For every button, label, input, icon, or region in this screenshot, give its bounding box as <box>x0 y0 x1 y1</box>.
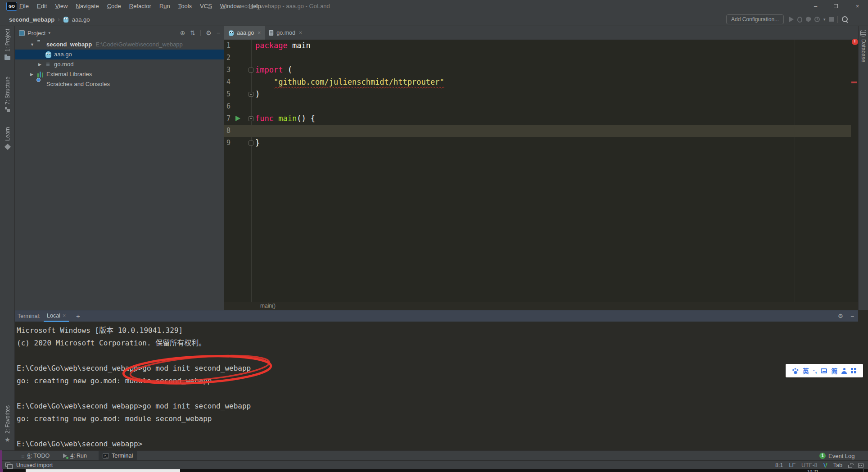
maximize-button[interactable] <box>826 0 846 13</box>
menu-edit[interactable]: Edit <box>33 0 51 13</box>
tool-window-tab-4--run[interactable]: 4: Run <box>61 451 89 461</box>
v-icon[interactable]: V <box>823 462 827 469</box>
project-panel: Project ▾ ⊕ ⇅ ⚙ − ▼second_webappE:\Code\… <box>15 26 224 310</box>
tree-expand-icon[interactable]: ▶ <box>38 59 41 69</box>
profiler-dropdown-icon[interactable]: ▾ <box>823 17 826 22</box>
encoding[interactable]: UTF-8 <box>801 462 817 468</box>
coverage-icon[interactable] <box>806 17 811 22</box>
baidu-paw-icon[interactable] <box>792 368 799 374</box>
debug-icon[interactable] <box>797 17 802 23</box>
minimize-button[interactable]: – <box>805 0 826 13</box>
event-log-button[interactable]: 1 Event Log <box>819 451 855 461</box>
editor-breadcrumb-main[interactable]: main() <box>260 302 276 310</box>
menu-tools[interactable]: Tools <box>174 0 196 13</box>
event-log-badge: 1 <box>819 453 826 459</box>
breadcrumb-project[interactable]: second_webapp <box>9 16 54 23</box>
editor-tab-aaa-go[interactable]: aaa.go× <box>224 26 265 40</box>
menu-refactor[interactable]: Refactor <box>125 0 155 13</box>
go-icon <box>229 30 234 36</box>
hide-panel-icon[interactable]: − <box>217 29 220 36</box>
menu-navigate[interactable]: Navigate <box>72 0 103 13</box>
taskbar-window-preview <box>26 469 180 472</box>
menu-vcs[interactable]: VCS <box>196 0 216 13</box>
code-line-8[interactable]: 8 <box>224 125 851 137</box>
tree-row-scratches-and-consoles[interactable]: Scratches and Consoles <box>15 79 224 89</box>
search-icon[interactable] <box>841 16 849 23</box>
tree-row-go.mod[interactable]: ▶go.mod <box>15 59 224 69</box>
terminal-panel[interactable]: Terminal: Local× + ⚙ − Microsoft Windows… <box>15 310 868 450</box>
tool-window-switcher-icon[interactable] <box>5 463 10 467</box>
panel-settings-icon[interactable]: ⚙ <box>206 29 212 36</box>
line-separator[interactable]: LF <box>789 462 796 468</box>
ime-punctuation-toggle[interactable]: ·, <box>813 367 817 374</box>
profiler-icon[interactable] <box>814 17 820 22</box>
editor-area[interactable]: aaa.go×go.mod× 1package main23import (4 … <box>224 26 858 310</box>
code-line-3[interactable]: 3import ( <box>224 64 851 76</box>
tool-tab-favorites[interactable]: 2: Favorites★ <box>0 405 15 443</box>
terminal-output[interactable]: Microsoft Windows [版本 10.0.19041.329](c)… <box>17 324 863 450</box>
tree-row-aaa.go[interactable]: aaa.go <box>15 50 224 59</box>
tree-expand-icon[interactable]: ▼ <box>30 40 34 50</box>
project-view-dropdown-icon[interactable]: ▾ <box>48 31 50 35</box>
fold-marker-icon[interactable] <box>249 92 253 97</box>
ime-language-toggle[interactable]: 英 <box>803 366 809 375</box>
code-line-2[interactable]: 2 <box>224 52 851 64</box>
fold-marker-icon[interactable] <box>249 116 253 121</box>
header-divider <box>200 30 201 36</box>
soft-keyboard-icon[interactable] <box>821 368 827 373</box>
unlock-icon[interactable] <box>848 465 852 468</box>
project-panel-title[interactable]: Project <box>27 30 45 36</box>
code-line-7[interactable]: 7func main() { <box>224 113 851 125</box>
ime-account-icon[interactable] <box>841 368 847 374</box>
error-stripe-mark[interactable] <box>851 82 857 83</box>
maximize-icon <box>834 4 838 8</box>
code-line-4[interactable]: 4 "github.com/julienschmidt/httprouter" <box>224 76 851 88</box>
tool-tab----project[interactable]: 1: Project <box>0 29 15 60</box>
menu-code[interactable]: Code <box>103 0 125 13</box>
tool-tab----structure[interactable]: 7: Structure <box>0 77 15 112</box>
tree-row-external-libraries[interactable]: ▶External Libraries <box>15 69 224 79</box>
learn-icon <box>4 144 10 150</box>
tool-window-tab-terminal[interactable]: >_Terminal <box>99 451 137 461</box>
locate-file-icon[interactable]: ⊕ <box>180 29 185 36</box>
menu-file[interactable]: File <box>15 0 33 13</box>
terminal-settings-icon[interactable]: ⚙ <box>838 310 843 322</box>
breadcrumb-file[interactable]: aaa.go <box>72 16 90 23</box>
close-button[interactable]: × <box>847 0 868 13</box>
tree-expand-icon[interactable]: ▶ <box>30 69 33 79</box>
indent-style[interactable]: Tab <box>833 462 842 468</box>
fold-marker-icon[interactable] <box>249 68 253 73</box>
close-tab-icon[interactable]: × <box>299 30 302 36</box>
right-tool-strip: Database <box>858 26 868 310</box>
menu-view[interactable]: View <box>51 0 72 13</box>
fold-marker-icon[interactable] <box>249 141 253 145</box>
caret-position[interactable]: 8:1 <box>775 462 783 468</box>
menu-run[interactable]: Run <box>155 0 174 13</box>
code-line-5[interactable]: 5) <box>224 88 851 100</box>
ime-menu-icon[interactable] <box>851 368 856 373</box>
status-message[interactable]: Unused import <box>16 461 53 470</box>
navigation-bar: second_webapp › aaa.go Add Configuration… <box>0 13 868 26</box>
line-number: 9 <box>226 137 231 149</box>
editor-tab-go-mod[interactable]: go.mod× <box>265 26 306 40</box>
stop-icon[interactable] <box>829 17 834 22</box>
code-line-6[interactable]: 6 <box>224 100 851 113</box>
hide-terminal-icon[interactable]: − <box>850 310 854 322</box>
tool-tab-database[interactable]: Database <box>860 39 867 62</box>
ime-charset-toggle[interactable]: 简 <box>831 366 837 375</box>
run-main-gutter-icon[interactable] <box>235 116 240 121</box>
add-configuration-button[interactable]: Add Configuration... <box>726 14 784 24</box>
code-editor[interactable]: 1package main23import (4 "github.com/jul… <box>224 40 851 149</box>
close-tab-icon[interactable]: × <box>258 30 261 36</box>
close-terminal-tab-icon[interactable]: × <box>63 313 66 319</box>
tree-row-second-webapp[interactable]: ▼second_webappE:\Code\Go\web\second_weba… <box>15 40 224 50</box>
tool-tab-learn[interactable]: Learn <box>0 127 15 149</box>
code-line-1[interactable]: 1package main <box>224 40 851 52</box>
tool-window-tab-6--todo[interactable]: ≡6: TODO <box>19 451 51 461</box>
run-icon[interactable] <box>789 17 794 22</box>
code-line-9[interactable]: 9} <box>224 137 851 149</box>
new-terminal-session-button[interactable]: + <box>76 310 80 322</box>
terminal-tab-local[interactable]: Local× <box>44 310 69 322</box>
ime-robot-icon[interactable] <box>858 463 863 468</box>
collapse-all-icon[interactable]: ⇅ <box>190 29 196 36</box>
